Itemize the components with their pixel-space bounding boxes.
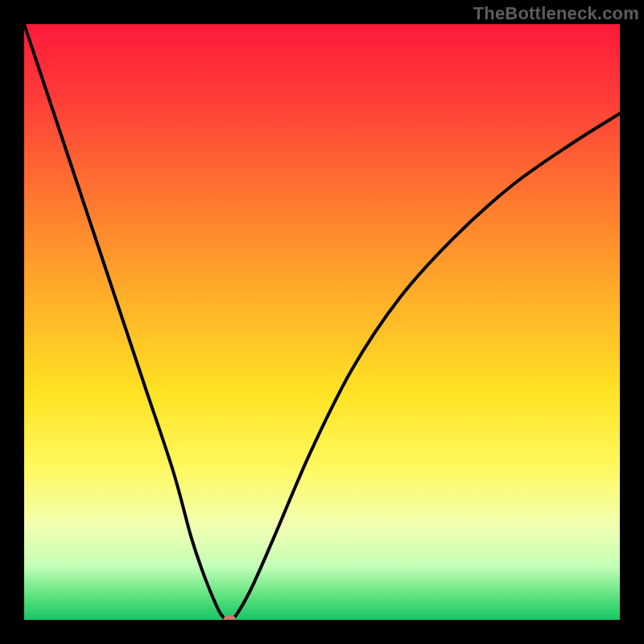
chart-container: TheBottleneck.com [0, 0, 644, 644]
plot-area [24, 24, 620, 620]
watermark-text: TheBottleneck.com [473, 3, 639, 24]
chart-background [24, 24, 620, 620]
chart-svg [24, 24, 620, 620]
